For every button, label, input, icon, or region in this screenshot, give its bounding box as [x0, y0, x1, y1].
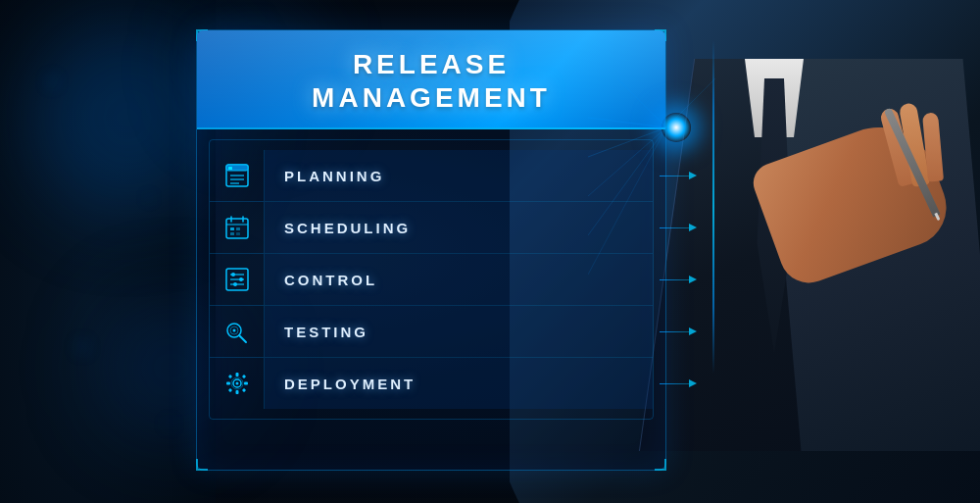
svg-point-26 — [239, 277, 243, 281]
control-label-cell: CONTROL — [265, 254, 653, 305]
svg-rect-38 — [227, 375, 231, 378]
holo-panel: RELEASE MANAGEMENT — [196, 29, 666, 471]
planning-icon-cell — [210, 150, 265, 201]
control-arrow-line — [660, 279, 689, 280]
touch-glow — [662, 113, 691, 142]
svg-rect-17 — [230, 227, 234, 230]
svg-point-31 — [232, 329, 235, 332]
deployment-arrow-head — [689, 379, 697, 387]
svg-rect-19 — [230, 232, 234, 235]
deployment-arrow — [660, 379, 697, 387]
svg-point-27 — [233, 282, 237, 286]
testing-arrow-line — [660, 331, 689, 332]
svg-line-30 — [239, 335, 246, 342]
testing-label-cell: TESTING — [265, 306, 653, 357]
svg-rect-34 — [235, 373, 238, 377]
svg-rect-35 — [235, 390, 238, 394]
svg-rect-39 — [241, 375, 245, 378]
corner-br — [655, 459, 666, 471]
right-bracket — [712, 40, 714, 374]
control-arrow-head — [689, 276, 697, 283]
testing-icon-cell — [210, 306, 265, 357]
testing-icon — [223, 318, 251, 345]
header-line1: RELEASE — [353, 49, 510, 79]
deployment-arrow-line — [660, 383, 689, 384]
planning-arrow-line — [660, 176, 689, 176]
items-container: PLANNING — [209, 139, 654, 420]
deployment-icon — [223, 370, 251, 397]
planning-arrow — [660, 172, 697, 179]
planning-arrow-head — [689, 172, 697, 179]
svg-rect-40 — [227, 388, 231, 392]
panel-header: RELEASE MANAGEMENT — [197, 30, 665, 129]
scheduling-arrow-head — [689, 224, 697, 231]
testing-arrow-head — [689, 327, 697, 335]
corner-bl — [196, 459, 208, 471]
testing-label: TESTING — [284, 324, 368, 340]
control-arrow — [660, 276, 697, 283]
scheduling-icon — [223, 214, 251, 241]
svg-rect-12 — [228, 167, 232, 170]
scheduling-icon-cell — [210, 202, 265, 253]
deployment-label-cell: DEPLOYMENT — [265, 358, 653, 409]
scheduling-arrow — [660, 224, 697, 231]
svg-rect-18 — [236, 227, 240, 230]
item-row-control[interactable]: CONTROL — [210, 254, 653, 306]
scheduling-label-cell: SCHEDULING — [265, 202, 653, 253]
planning-label-cell: PLANNING — [265, 150, 653, 201]
planning-icon — [223, 162, 251, 189]
item-row-planning[interactable]: PLANNING — [210, 150, 653, 202]
svg-rect-20 — [236, 232, 240, 235]
scheduling-arrow-line — [660, 227, 689, 228]
testing-arrow — [660, 327, 697, 335]
item-row-testing[interactable]: TESTING — [210, 306, 653, 358]
svg-point-25 — [231, 273, 235, 277]
svg-rect-36 — [226, 382, 230, 385]
item-row-scheduling[interactable]: SCHEDULING — [210, 202, 653, 254]
deployment-icon-cell — [210, 358, 265, 409]
svg-rect-41 — [241, 388, 245, 392]
scene: RELEASE MANAGEMENT — [0, 0, 980, 503]
scheduling-label: SCHEDULING — [284, 220, 411, 236]
svg-point-33 — [235, 382, 238, 385]
header-line2: MANAGEMENT — [312, 82, 551, 113]
control-icon-cell — [210, 254, 265, 305]
planning-label: PLANNING — [284, 168, 384, 184]
background-left — [0, 0, 216, 503]
control-label: CONTROL — [284, 272, 377, 288]
deployment-label: DEPLOYMENT — [284, 376, 416, 392]
svg-rect-37 — [244, 382, 248, 385]
item-row-deployment[interactable]: DEPLOYMENT — [210, 358, 653, 409]
control-icon — [223, 266, 251, 293]
header-title: RELEASE MANAGEMENT — [217, 48, 646, 114]
